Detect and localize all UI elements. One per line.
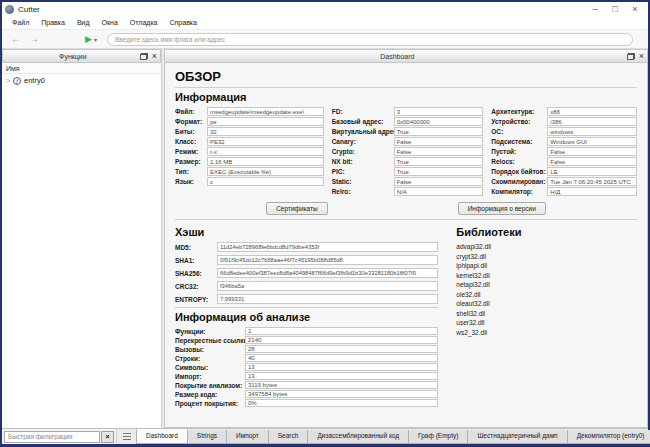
info-label: Компилятор: [491, 187, 547, 196]
analysis-value[interactable]: 40 [245, 354, 438, 362]
dashboard-panel-header[interactable]: Dashboard × [164, 49, 648, 63]
function-tree-item[interactable]: > ƒ entry0 [2, 74, 161, 87]
info-value[interactable]: True [394, 157, 484, 166]
tab-bar: DashboardStringsИмпортSearchДизассемблир… [117, 429, 650, 444]
menu-item[interactable]: Справка [164, 17, 203, 29]
info-value[interactable]: True [394, 127, 484, 136]
menu-item[interactable]: Правка [35, 17, 71, 29]
tab[interactable]: Search [268, 430, 309, 444]
libraries-column: Библиотеки advapi32.dllcrypt32.dlliphlpa… [438, 223, 637, 408]
float-panel-icon[interactable] [140, 53, 148, 60]
version-info-button[interactable]: Информация о версии [458, 202, 546, 215]
debug-start-button[interactable]: ▶ ▾ [85, 34, 97, 44]
dock-area: Функции × Имя > ƒ entry0 [2, 49, 648, 428]
info-row: NX bit: True [332, 157, 484, 166]
tab[interactable]: Граф (Empty) [408, 430, 468, 444]
analysis-value[interactable]: 13 [245, 372, 438, 380]
info-label: Crypto: [332, 147, 394, 156]
info-value[interactable]: PE32 [207, 137, 324, 146]
analysis-value[interactable]: 28 [245, 345, 438, 353]
quick-filter-input[interactable] [4, 431, 100, 443]
analysis-value[interactable]: 3497584 bytes [245, 390, 438, 398]
info-value[interactable]: N/A [394, 187, 484, 196]
close-window-button[interactable]: × [625, 3, 645, 16]
analysis-value[interactable]: 3119 bytes [245, 381, 438, 389]
info-value[interactable]: LE [547, 167, 637, 176]
info-label: Пустой: [491, 147, 547, 156]
info-row: Canary: False [332, 137, 484, 146]
menu-item[interactable]: Отладка [124, 17, 164, 29]
analysis-value[interactable]: 13 [245, 363, 438, 371]
info-col2: FD: 3 Базовый адрес: 0x00400000 Виртуаль… [332, 107, 484, 197]
certificates-button[interactable]: Сертификаты [266, 202, 327, 215]
functions-column-header[interactable]: Имя [2, 63, 161, 74]
hash-label: SHA256: [175, 270, 217, 277]
menu-item[interactable]: Вид [71, 17, 96, 29]
analysis-value[interactable]: 2140 [245, 336, 438, 344]
tab[interactable]: Импорт [226, 430, 269, 444]
back-icon[interactable]: ← [7, 31, 25, 47]
info-value[interactable]: Tue Jan 7 06:20:45 2025 UTC [547, 177, 637, 186]
float-panel-icon[interactable] [627, 53, 635, 60]
minimize-button[interactable]: – [585, 3, 605, 16]
info-label: Static: [332, 177, 394, 186]
info-value[interactable]: False [394, 137, 484, 146]
functions-panel-header[interactable]: Функции × [2, 49, 161, 63]
info-value[interactable]: Н/Д [547, 187, 637, 196]
maximize-button[interactable]: □ [605, 3, 625, 16]
close-panel-icon[interactable]: × [639, 52, 644, 60]
library-item: user32.dll [456, 318, 637, 328]
tab[interactable]: Strings [187, 430, 227, 444]
tab[interactable]: Дизассемблированный код [307, 430, 409, 444]
info-value[interactable]: 0x00400000 [394, 117, 484, 126]
tab-list-icon[interactable] [123, 433, 131, 442]
analysis-label: Перекрестные ссылки: [175, 337, 245, 344]
tab[interactable]: Dashboard [136, 429, 188, 444]
info-row: Скомпилирован: Tue Jan 7 06:20:45 2025 U… [491, 177, 637, 186]
info-value[interactable]: EXEC (Executable file) [207, 167, 324, 176]
hash-value[interactable]: 11d24eb728968fe6bdcd8d79dbe4353f [217, 242, 438, 252]
hash-value[interactable]: f346ba5a [217, 281, 438, 291]
divider [175, 219, 637, 220]
analysis-row: Размер кода: 3497584 bytes [175, 390, 438, 398]
info-value[interactable]: True [394, 167, 484, 176]
clear-filter-button[interactable]: × [101, 431, 114, 443]
info-value[interactable]: 1.16 MB [207, 157, 324, 166]
info-value[interactable]: i386 [547, 117, 637, 126]
hash-row: CRC32: f346ba5a [175, 281, 438, 291]
info-value[interactable]: 3 [394, 107, 484, 116]
info-value[interactable]: 32 [207, 127, 324, 136]
info-value[interactable]: c [207, 177, 324, 186]
info-row: Компилятор: Н/Д [491, 187, 637, 196]
info-value[interactable]: pe [207, 117, 324, 126]
forward-icon[interactable]: → [25, 31, 43, 47]
info-value[interactable]: windows [547, 127, 637, 136]
info-value[interactable]: x86 [547, 107, 637, 116]
hash-value[interactable]: 0f91f9c45dc12c7b58aae46f7c45195b088d85d8 [217, 255, 438, 265]
info-value[interactable]: False [547, 157, 637, 166]
analysis-value[interactable]: 0% [245, 399, 438, 407]
info-label: Устройство: [491, 117, 547, 126]
address-search-input[interactable] [107, 33, 633, 46]
tab[interactable]: Шестнадцатеричный дамп [467, 430, 567, 444]
info-row: PIC: True [332, 167, 484, 176]
info-row: Relro: N/A [332, 187, 484, 196]
analysis-value[interactable]: 1 [245, 327, 438, 335]
hash-value[interactable]: 66d8edee400ef387eec8d8a40498487f66d9ef3f… [217, 268, 438, 278]
close-panel-icon[interactable]: × [152, 52, 157, 60]
info-value[interactable]: Windows GUI [547, 137, 637, 146]
menu-item[interactable]: Окна [96, 17, 124, 29]
tab[interactable]: Декомпилятор (entry0) [567, 430, 650, 444]
info-value[interactable]: False [394, 147, 484, 156]
chevron-down-icon[interactable]: ▾ [94, 36, 97, 43]
info-label: Canary: [332, 137, 394, 146]
info-value[interactable]: r-x [207, 147, 324, 156]
info-label: FD: [332, 107, 394, 116]
info-value[interactable]: False [394, 177, 484, 186]
info-value[interactable]: \msedgeupdate\msedgeupdate.exe [207, 107, 324, 116]
tree-expand-icon[interactable]: > [4, 77, 12, 84]
info-col3: Архитектура: x86 Устройство: i386 ОС: [491, 107, 637, 197]
info-value[interactable]: False [547, 147, 637, 156]
hash-value[interactable]: 7.999331 [217, 294, 438, 304]
menu-item[interactable]: Файл [6, 17, 35, 29]
